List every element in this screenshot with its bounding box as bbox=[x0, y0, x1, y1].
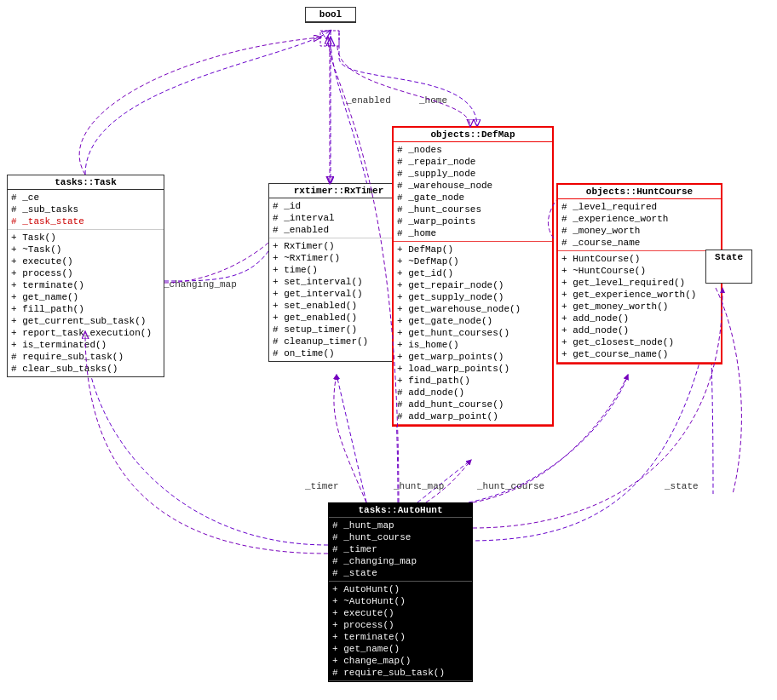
attr-ce: # _ce bbox=[11, 192, 160, 204]
autohunt-methods: + AutoHunt() + ~AutoHunt() + execute() +… bbox=[329, 582, 472, 681]
label-hunt-course: _hunt_course bbox=[477, 481, 544, 491]
label-timer: _timer bbox=[305, 481, 339, 491]
state-class: State bbox=[705, 250, 752, 284]
tasks-task-class: tasks::Task # _ce # _sub_tasks # _task_s… bbox=[7, 175, 164, 377]
label-changing-map: _changing_map bbox=[164, 279, 237, 290]
autohunt-attributes: # _hunt_map # _hunt_course # _timer # _c… bbox=[329, 518, 472, 582]
bool-title: bool bbox=[306, 8, 355, 22]
svg-line-3 bbox=[337, 375, 366, 502]
huntcourse-methods: + HuntCourse() + ~HuntCourse() + get_lev… bbox=[558, 251, 721, 363]
huntcourse-attributes: # _level_required # _experience_worth # … bbox=[558, 199, 721, 251]
autohunt-class: tasks::AutoHunt # _hunt_map # _hunt_cour… bbox=[328, 502, 473, 682]
tasks-task-methods: + Task() + ~Task() + execute() + process… bbox=[8, 230, 164, 376]
autohunt-title: tasks::AutoHunt bbox=[329, 503, 472, 518]
defmap-title: objects::DefMap bbox=[394, 128, 552, 142]
rxtimer-attributes: # _id # _interval # _enabled bbox=[269, 198, 408, 238]
huntcourse-class: objects::HuntCourse # _level_required # … bbox=[556, 183, 722, 364]
bool-class: bool bbox=[305, 7, 356, 23]
rxtimer-methods: + RxTimer() + ~RxTimer() + time() + set_… bbox=[269, 238, 408, 361]
label-state: _state bbox=[665, 481, 699, 491]
attr-task-state: # _task_state bbox=[11, 215, 160, 227]
svg-rect-6 bbox=[320, 31, 339, 46]
label-home: _home bbox=[419, 95, 447, 106]
rxtimer-class: rxtimer::RxTimer # _id # _interval # _en… bbox=[268, 183, 409, 362]
defmap-methods: + DefMap() + ~DefMap() + get_id() + get_… bbox=[394, 242, 552, 425]
attr-sub-tasks: # _sub_tasks bbox=[11, 204, 160, 215]
defmap-attributes: # _nodes # _repair_node # _supply_node #… bbox=[394, 142, 552, 242]
tasks-task-attributes: # _ce # _sub_tasks # _task_state bbox=[8, 190, 164, 230]
state-title: State bbox=[713, 252, 745, 262]
huntcourse-title: objects::HuntCourse bbox=[558, 185, 721, 199]
label-hunt-map: _hunt_map bbox=[394, 481, 444, 491]
tasks-task-title: tasks::Task bbox=[8, 175, 164, 190]
defmap-class: objects::DefMap # _nodes # _repair_node … bbox=[392, 126, 554, 427]
label-enabled: _enabled bbox=[346, 95, 391, 106]
rxtimer-title: rxtimer::RxTimer bbox=[269, 184, 408, 198]
